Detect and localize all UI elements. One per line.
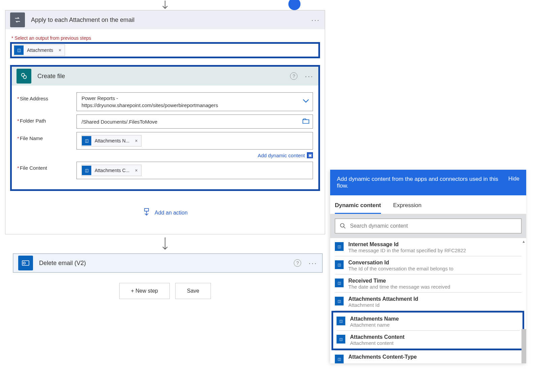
tab-dynamic-content[interactable]: Dynamic content xyxy=(335,199,381,214)
folder-path-row: *Folder Path /Shared Documents/.FilesToM… xyxy=(17,115,313,129)
file-name-token-text: Attachments N... xyxy=(95,138,133,143)
arrow-down-icon xyxy=(161,237,169,251)
folder-picker-icon[interactable] xyxy=(303,119,309,125)
site-address-field[interactable]: Power Reports - https://dryunow.sharepoi… xyxy=(76,92,313,111)
site-address-value1: Power Reports - xyxy=(82,95,118,101)
list-item[interactable]: ◫ Attachments Attachment IdAttachment Id xyxy=(335,293,521,311)
outlook-icon: ◫ xyxy=(337,317,345,325)
attachments-token-text: Attachments xyxy=(27,47,57,53)
list-item-attachments-name[interactable]: ◫ Attachments NameAttachment name xyxy=(337,313,520,331)
add-dynamic-badge-icon: ▣ xyxy=(307,152,313,158)
outlook-icon: ◫ xyxy=(335,242,344,251)
outlook-icon xyxy=(18,256,33,270)
bottom-buttons: + New step Save xyxy=(3,283,327,299)
outlook-icon: ◫ xyxy=(335,355,344,363)
select-output-label: * Select an output from previous steps xyxy=(11,35,320,41)
arrow-down-top xyxy=(3,0,327,10)
apply-title: Apply to each Attachment on the email xyxy=(25,17,311,24)
add-an-action-button[interactable]: Add an action xyxy=(10,201,320,225)
help-icon[interactable]: ? xyxy=(290,72,297,80)
scroll-up-arrow[interactable]: ▲ xyxy=(522,239,526,243)
save-button[interactable]: Save xyxy=(175,283,211,299)
arrow-down-icon xyxy=(161,0,169,10)
dynamic-content-list: ▲ ◫ Internet Message IdThe message ID in… xyxy=(330,238,526,363)
remove-token-button[interactable]: × xyxy=(133,168,139,173)
list-item[interactable]: ◫ Attachments Content-Type xyxy=(335,350,521,363)
file-content-field[interactable]: ◫ Attachments C... × xyxy=(76,162,313,179)
search-icon xyxy=(340,223,346,229)
file-name-row: *File Name ◫ Attachments N... × Add dy xyxy=(17,132,313,158)
dynamic-search-wrap xyxy=(330,214,526,238)
delete-email-header[interactable]: Delete email (V2) ? ··· xyxy=(13,254,322,272)
outlook-icon: ◫ xyxy=(337,335,345,344)
file-content-label: *File Content xyxy=(17,162,76,171)
loop-icon xyxy=(10,12,25,27)
delete-email-more-menu[interactable]: ··· xyxy=(309,259,317,267)
attachments-token[interactable]: ◫ Attachments × xyxy=(14,44,65,56)
apply-more-menu[interactable]: ··· xyxy=(311,16,320,24)
list-item[interactable]: ◫ Received TimeThe date and time the mes… xyxy=(335,274,521,293)
outlook-icon: ◫ xyxy=(14,45,24,55)
new-step-button[interactable]: + New step xyxy=(119,283,170,299)
dynamic-content-panel: Add dynamic content from the apps and co… xyxy=(330,170,526,363)
remove-token-button[interactable]: × xyxy=(133,138,139,143)
delete-email-card: Delete email (V2) ? ··· xyxy=(13,253,323,273)
site-address-label: *Site Address xyxy=(17,92,76,101)
svg-rect-2 xyxy=(303,120,309,124)
folder-path-label: *Folder Path xyxy=(17,115,76,124)
list-item[interactable]: ◫ Internet Message IdThe message ID in t… xyxy=(335,238,521,256)
highlighted-items: ◫ Attachments NameAttachment name ◫ Atta… xyxy=(331,311,524,350)
dynamic-search-input[interactable] xyxy=(350,223,516,229)
tab-expression[interactable]: Expression xyxy=(393,199,421,214)
create-file-card: Create file ? ··· *Site Address Power Re… xyxy=(10,65,320,191)
dynamic-header-text: Add dynamic content from the apps and co… xyxy=(337,176,503,189)
file-name-label: *File Name xyxy=(17,132,76,141)
chevron-down-icon[interactable] xyxy=(303,99,309,105)
file-content-token[interactable]: ◫ Attachments C... × xyxy=(82,165,141,176)
file-content-token-text: Attachments C... xyxy=(95,168,133,173)
arrow-down-mid xyxy=(3,234,327,253)
list-item[interactable]: ◫ Conversation IdThe Id of the conversat… xyxy=(335,256,521,274)
flow-column: Apply to each Attachment on the email ··… xyxy=(3,0,327,299)
connector-dot[interactable] xyxy=(288,0,300,10)
apply-body: * Select an output from previous steps ◫… xyxy=(5,29,325,234)
outlook-icon: ◫ xyxy=(335,279,344,287)
scrollbar-thumb[interactable] xyxy=(521,329,526,363)
apply-to-each-card: Apply to each Attachment on the email ··… xyxy=(5,10,325,234)
help-icon[interactable]: ? xyxy=(294,259,301,267)
sharepoint-icon xyxy=(17,69,31,84)
create-file-body: *Site Address Power Reports - https://dr… xyxy=(12,86,318,189)
site-address-row: *Site Address Power Reports - https://dr… xyxy=(17,92,313,111)
dynamic-tabs: Dynamic content Expression xyxy=(330,195,526,214)
file-name-token[interactable]: ◫ Attachments N... × xyxy=(82,135,141,146)
create-file-title: Create file xyxy=(31,73,290,80)
apply-header[interactable]: Apply to each Attachment on the email ··… xyxy=(5,10,325,29)
outlook-icon: ◫ xyxy=(82,166,91,175)
folder-path-field[interactable]: /Shared Documents/.FilesToMove xyxy=(76,115,313,129)
file-content-row: *File Content ◫ Attachments C... × xyxy=(17,162,313,179)
folder-path-value: /Shared Documents/.FilesToMove xyxy=(82,119,157,125)
site-address-value2: https://dryunow.sharepoint.com/sites/pow… xyxy=(82,102,218,108)
dynamic-panel-header: Add dynamic content from the apps and co… xyxy=(330,170,526,195)
svg-point-5 xyxy=(23,262,25,264)
outlook-icon: ◫ xyxy=(82,136,91,145)
outlook-icon: ◫ xyxy=(335,260,344,269)
svg-point-6 xyxy=(341,224,344,227)
svg-rect-3 xyxy=(145,208,149,211)
delete-email-title: Delete email (V2) xyxy=(33,260,294,267)
add-dynamic-content-link[interactable]: Add dynamic content ▣ xyxy=(76,152,313,158)
remove-token-button[interactable]: × xyxy=(57,47,63,53)
insert-step-icon xyxy=(142,208,151,218)
dynamic-search-box[interactable] xyxy=(335,219,521,233)
select-output-field[interactable]: ◫ Attachments × xyxy=(10,42,320,58)
file-name-field[interactable]: ◫ Attachments N... × xyxy=(76,132,313,150)
hide-panel-button[interactable]: Hide xyxy=(503,176,519,182)
outlook-icon: ◫ xyxy=(335,297,344,305)
list-item-attachments-content[interactable]: ◫ Attachments ContentAttachment content xyxy=(337,331,520,349)
create-file-more-menu[interactable]: ··· xyxy=(305,72,314,80)
create-file-header[interactable]: Create file ? ··· xyxy=(12,67,318,86)
svg-point-1 xyxy=(23,75,26,78)
